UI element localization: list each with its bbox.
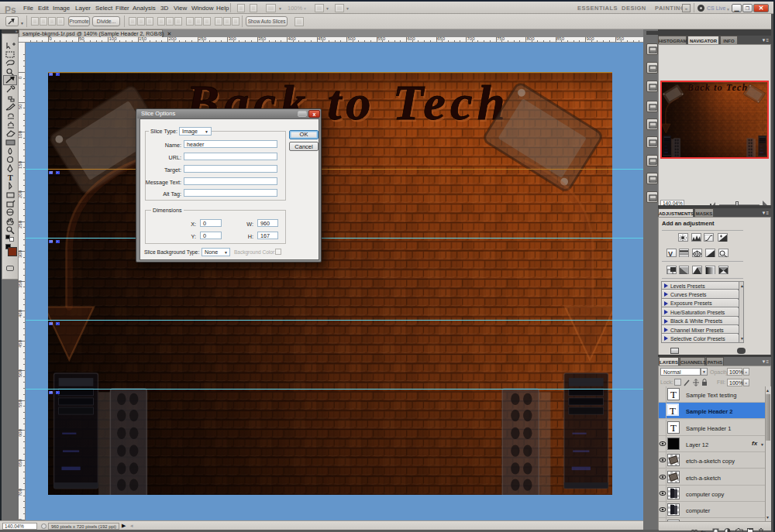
svg-text:V: V bbox=[668, 250, 673, 257]
svg-text:T: T bbox=[8, 173, 13, 182]
